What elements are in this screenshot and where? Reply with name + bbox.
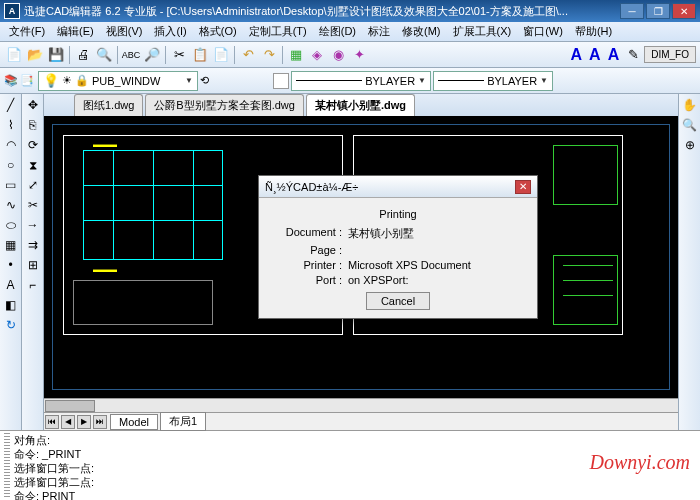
menu-view[interactable]: 视图(V) — [101, 22, 148, 41]
cut-icon[interactable]: ✂ — [169, 45, 189, 65]
spell-icon[interactable]: ABC — [121, 45, 141, 65]
region-icon[interactable]: ◧ — [2, 296, 20, 314]
print-icon[interactable]: 🖨 — [73, 45, 93, 65]
line-icon[interactable]: ╱ — [2, 96, 20, 114]
maximize-button[interactable]: ❐ — [646, 3, 670, 19]
text-a3-icon[interactable]: A — [605, 46, 623, 64]
layer-mgr-icon[interactable]: 📚 — [4, 74, 18, 87]
mirror-icon[interactable]: ⧗ — [24, 156, 42, 174]
circle-icon[interactable]: ○ — [2, 156, 20, 174]
block-icon[interactable]: ◉ — [328, 45, 348, 65]
layout-tab-model[interactable]: Model — [110, 414, 158, 430]
tab-1[interactable]: 公爵B型别墅方案全套图.dwg — [145, 94, 304, 116]
cancel-button[interactable]: Cancel — [366, 292, 430, 310]
lineweight-dropdown[interactable]: BYLAYER ▼ — [433, 71, 553, 91]
close-button[interactable]: ✕ — [672, 3, 696, 19]
layer-name: PUB_WINDW — [92, 75, 160, 87]
menu-draw[interactable]: 绘图(D) — [314, 22, 361, 41]
color-icon[interactable] — [273, 73, 289, 89]
copy2-icon[interactable]: ⎘ — [24, 116, 42, 134]
val-printer: Microsoft XPS Document — [348, 259, 471, 271]
rect-icon[interactable]: ▭ — [2, 176, 20, 194]
tab-2[interactable]: 某村镇小别墅.dwg — [306, 94, 415, 116]
copy-icon[interactable]: 📋 — [190, 45, 210, 65]
grip-handle[interactable] — [4, 433, 10, 498]
menu-help[interactable]: 帮助(H) — [570, 22, 617, 41]
trim-icon[interactable]: ✂ — [24, 196, 42, 214]
lbl-printer: Printer : — [273, 259, 348, 271]
menu-modify[interactable]: 修改(M) — [397, 22, 446, 41]
dialog-close-icon[interactable]: ✕ — [515, 180, 531, 194]
ellipse-icon[interactable]: ⬭ — [2, 216, 20, 234]
text-a1-icon[interactable]: A — [568, 46, 586, 64]
hatch-icon[interactable]: ▦ — [2, 236, 20, 254]
refresh-icon[interactable]: ↻ — [2, 316, 20, 334]
nav-prev-icon[interactable]: ◀ — [61, 415, 75, 429]
offset-icon[interactable]: ⇉ — [24, 236, 42, 254]
chevron-down-icon: ▼ — [540, 76, 548, 85]
h-scrollbar[interactable] — [44, 398, 678, 412]
preview-icon[interactable]: 🔍 — [94, 45, 114, 65]
menu-edit[interactable]: 编辑(E) — [52, 22, 99, 41]
cmd-line-4: 命令: PRINT — [4, 489, 696, 500]
document-tabs: 图纸1.dwg 公爵B型别墅方案全套图.dwg 某村镇小别墅.dwg — [44, 94, 678, 116]
dim-format-button[interactable]: DIM_FO — [644, 46, 696, 63]
layout-tab-1[interactable]: 布局1 — [160, 412, 206, 431]
menu-format[interactable]: 格式(O) — [194, 22, 242, 41]
nav-next-icon[interactable]: ▶ — [77, 415, 91, 429]
redo-icon[interactable]: ↷ — [259, 45, 279, 65]
title-bar: A 迅捷CAD编辑器 6.2 专业版 - [C:\Users\Administr… — [0, 0, 700, 22]
menu-window[interactable]: 窗口(W) — [518, 22, 568, 41]
lbl-port: Port : — [273, 274, 348, 286]
toolbar-layer: 📚 📑 💡 ☀ 🔒 PUB_WINDW ▼ ⟲ BYLAYER ▼ BYLAYE… — [0, 68, 700, 94]
zoom-icon[interactable]: 🔎 — [142, 45, 162, 65]
menu-tools[interactable]: 定制工具(T) — [244, 22, 312, 41]
extend-icon[interactable]: → — [24, 216, 42, 234]
menu-file[interactable]: 文件(F) — [4, 22, 50, 41]
menu-bar: 文件(F) 编辑(E) 视图(V) 插入(I) 格式(O) 定制工具(T) 绘图… — [0, 22, 700, 42]
layer-state-icon[interactable]: 📑 — [20, 74, 34, 87]
pan-icon[interactable]: ✋ — [681, 96, 699, 114]
right-toolbar: ✋ 🔍 ⊕ — [678, 94, 700, 430]
layer-dropdown[interactable]: 💡 ☀ 🔒 PUB_WINDW ▼ — [38, 71, 198, 91]
undo-icon[interactable]: ↶ — [238, 45, 258, 65]
dialog-titlebar[interactable]: Ñ¸½ÝCAD±à¼­-Æ÷ ✕ — [259, 176, 537, 198]
menu-insert[interactable]: 插入(I) — [149, 22, 191, 41]
fillet-icon[interactable]: ⌐ — [24, 276, 42, 294]
scale-icon[interactable]: ⤢ — [24, 176, 42, 194]
text-icon[interactable]: A — [2, 276, 20, 294]
bulb-icon: 💡 — [43, 73, 59, 88]
edit-icon[interactable]: ✎ — [623, 45, 643, 65]
app-logo: A — [4, 3, 20, 19]
nav-first-icon[interactable]: ⏮ — [45, 415, 59, 429]
save-icon[interactable]: 💾 — [46, 45, 66, 65]
layer-prev-icon[interactable]: ⟲ — [200, 74, 209, 87]
dialog-title: Ñ¸½ÝCAD±à¼­-Æ÷ — [265, 181, 358, 193]
rotate-icon[interactable]: ⟳ — [24, 136, 42, 154]
menu-ext[interactable]: 扩展工具(X) — [448, 22, 517, 41]
minimize-button[interactable]: ─ — [620, 3, 644, 19]
linetype-dropdown[interactable]: BYLAYER ▼ — [291, 71, 431, 91]
zoom2-icon[interactable]: 🔍 — [681, 116, 699, 134]
orbit-icon[interactable]: ⊕ — [681, 136, 699, 154]
lock-icon: 🔒 — [75, 74, 89, 87]
prop-icon[interactable]: ▦ — [286, 45, 306, 65]
point-icon[interactable]: • — [2, 256, 20, 274]
star-icon[interactable]: ✦ — [349, 45, 369, 65]
spline-icon[interactable]: ∿ — [2, 196, 20, 214]
nav-last-icon[interactable]: ⏭ — [93, 415, 107, 429]
move-icon[interactable]: ✥ — [24, 96, 42, 114]
array-icon[interactable]: ⊞ — [24, 256, 42, 274]
tab-0[interactable]: 图纸1.dwg — [74, 94, 143, 116]
new-icon[interactable]: 📄 — [4, 45, 24, 65]
lbl-document: Document : — [273, 226, 348, 241]
left-toolbar-2: ✥ ⎘ ⟳ ⧗ ⤢ ✂ → ⇉ ⊞ ⌐ — [22, 94, 44, 430]
paste-icon[interactable]: 📄 — [211, 45, 231, 65]
pline-icon[interactable]: ⌇ — [2, 116, 20, 134]
menu-dim[interactable]: 标注 — [363, 22, 395, 41]
layer-icon[interactable]: ◈ — [307, 45, 327, 65]
arc-icon[interactable]: ◠ — [2, 136, 20, 154]
watermark: Downyi.com — [589, 451, 690, 474]
open-icon[interactable]: 📂 — [25, 45, 45, 65]
text-a2-icon[interactable]: A — [586, 46, 604, 64]
